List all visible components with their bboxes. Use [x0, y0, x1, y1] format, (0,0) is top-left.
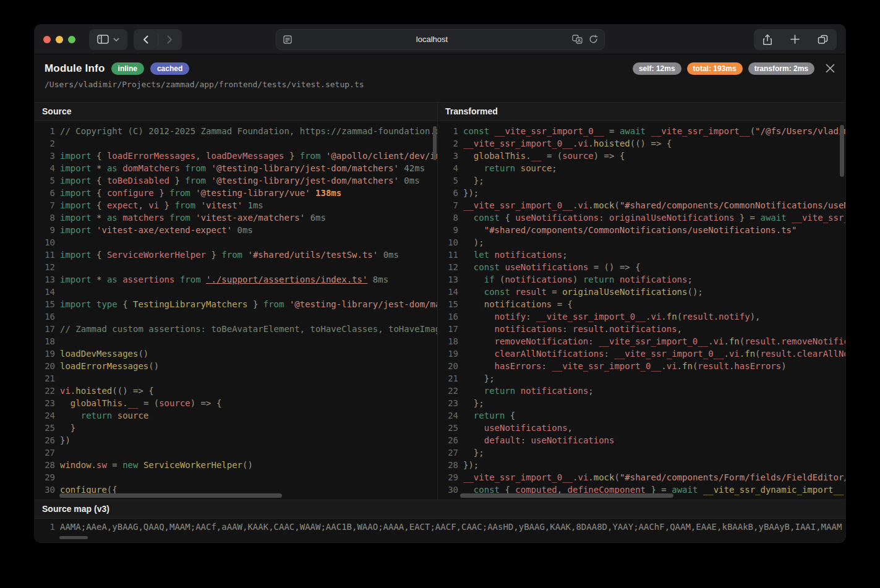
code-line: 27 };	[438, 448, 845, 460]
browser-window: localhost	[35, 25, 845, 542]
code-line: 12	[35, 262, 437, 275]
window-zoom-button[interactable]	[68, 36, 75, 43]
toolbar-right-buttons	[754, 29, 837, 50]
chevron-down-icon	[113, 38, 119, 41]
code-line: 7import { expect, vi } from 'vitest' 1ms	[35, 200, 437, 213]
code-line: 13 if (notifications) return notificatio…	[438, 275, 845, 287]
source-code[interactable]: 1// Copyright (C) 2012-2025 Zammad Found…	[35, 121, 437, 499]
code-line: 28window.sw = new ServiceWorkerHelper()	[35, 460, 437, 472]
code-line: 23 };	[438, 398, 845, 411]
code-line: 5 };	[438, 176, 845, 188]
code-line: 26 default: useNotifications	[438, 435, 845, 448]
traffic-lights	[43, 36, 75, 43]
share-button[interactable]	[763, 34, 772, 45]
back-button[interactable]	[134, 29, 158, 50]
transformed-code[interactable]: 1const __vite_ssr_import_0__ = await __v…	[438, 121, 845, 499]
sourcemap-title: Source map (v3)	[35, 500, 845, 519]
code-line: 8 const { useNotifications: originalUseN…	[438, 213, 845, 225]
source-panel-title: Source	[35, 103, 437, 121]
code-line: 4import * as domMatchers from '@testing-…	[35, 163, 437, 176]
code-line: 12 const useNotifications = () => {	[438, 262, 845, 275]
timing-transform-badge: transform: 2ms	[748, 62, 814, 75]
window-minimize-button[interactable]	[56, 36, 63, 43]
code-line: 14 const result = originalUseNotificatio…	[438, 287, 845, 299]
timing-self-badge: self: 12ms	[633, 62, 681, 75]
code-line: 6});	[438, 188, 845, 200]
code-line: 21	[35, 373, 437, 386]
code-line: 19loadDevMessages()	[35, 349, 437, 361]
transformed-hscrollbar[interactable]	[460, 493, 673, 498]
code-line: 18	[35, 336, 437, 349]
code-line: 16 notify: __vite_ssr_import_0__.vi.fn(r…	[438, 312, 845, 324]
code-line: 23 globalThis.__ = (source) => {	[35, 398, 437, 411]
code-line: 11import { ServiceWorkerHelper } from '#…	[35, 250, 437, 262]
code-line: 22 return notifications;	[438, 386, 845, 398]
source-hscrollbar[interactable]	[59, 493, 282, 498]
code-line: 19 clearAllNotifications: __vite_ssr_imp…	[438, 349, 845, 361]
transformed-panel: Transformed 1const __vite_ssr_import_0__…	[437, 103, 845, 500]
badge-inline: inline	[111, 62, 144, 75]
forward-button[interactable]	[158, 29, 182, 50]
code-line: 24 return source	[35, 411, 437, 423]
code-line: 29	[35, 472, 437, 485]
code-line: 2	[35, 138, 437, 151]
code-line: 17 notifications: result.notifications,	[438, 324, 845, 336]
reader-icon[interactable]	[283, 35, 293, 45]
transformed-panel-title: Transformed	[438, 103, 845, 121]
url-text: localhost	[293, 35, 572, 44]
file-path: /Users/vladimir/Projects/zammad/app/fron…	[45, 80, 835, 89]
sourcemap-hscrollbar[interactable]	[59, 536, 88, 539]
code-line: 16	[35, 312, 437, 324]
module-info-header: Module Info inline cached self: 12ms tot…	[35, 54, 845, 103]
code-line: 24 return {	[438, 411, 845, 423]
tabs-overview-button[interactable]	[818, 35, 828, 45]
code-line: 4 return source;	[438, 163, 845, 176]
code-line: 6import { configure } from '@testing-lib…	[35, 188, 437, 200]
sidebar-icon	[97, 35, 109, 44]
code-line: 20 hasErrors: __vite_ssr_import_0__.vi.f…	[438, 361, 845, 373]
code-line: 15 notifications = {	[438, 299, 845, 312]
browser-toolbar: localhost	[35, 25, 845, 54]
code-line: 15import type { TestingLibraryMatchers }…	[35, 299, 437, 312]
code-line: 9 "#shared/components/CommonNotification…	[438, 225, 845, 237]
translate-icon[interactable]	[572, 35, 583, 44]
code-line: 29__vite_ssr_import_0__.vi.mock("#shared…	[438, 472, 845, 485]
code-line: 25 }	[35, 423, 437, 435]
transformed-vscrollbar[interactable]	[840, 125, 844, 177]
code-line: 9import 'vitest-axe/extend-expect' 0ms	[35, 225, 437, 237]
timing-badges: self: 12ms total: 193ms transform: 2ms	[633, 62, 814, 75]
code-line: 7__vite_ssr_import_0__.vi.mock("#shared/…	[438, 200, 845, 213]
code-line: 1// Copyright (C) 2012-2025 Zammad Found…	[35, 126, 437, 138]
source-vscrollbar[interactable]	[433, 126, 437, 160]
code-line: 10	[35, 237, 437, 250]
sourcemap-code[interactable]: 1AAMA;AAeA,yBAAG,QAAQ,MAAM;AACf,aAAW,KAA…	[35, 519, 845, 534]
code-line: 14	[35, 287, 437, 299]
code-line: 18 removeNotification: __vite_ssr_import…	[438, 336, 845, 349]
address-bar[interactable]: localhost	[276, 29, 605, 50]
sidebar-toggle-button[interactable]	[89, 29, 127, 50]
code-line: 20loadErrorMessages()	[35, 361, 437, 373]
code-line: 22vi.hoisted(() => {	[35, 386, 437, 398]
code-line: 13import * as assertions from './support…	[35, 275, 437, 287]
code-line: 26})	[35, 435, 437, 448]
code-line: 17// Zammad custom assertions: toBeAvata…	[35, 324, 437, 336]
code-line: 25 useNotifications,	[438, 423, 845, 435]
close-icon[interactable]	[823, 61, 837, 75]
code-line: 27	[35, 448, 437, 460]
timing-total-badge: total: 193ms	[687, 62, 743, 75]
code-panels: Source 1// Copyright (C) 2012-2025 Zamma…	[35, 103, 845, 500]
new-tab-button[interactable]	[790, 35, 800, 44]
nav-buttons	[134, 29, 182, 50]
code-line: 1const __vite_ssr_import_0__ = await __v…	[438, 126, 845, 138]
page-title: Module Info	[45, 62, 105, 75]
code-line: 5import { toBeDisabled } from '@testing-…	[35, 176, 437, 188]
code-line: 2__vite_ssr_import_0__.vi.hoisted(() => …	[438, 138, 845, 151]
window-close-button[interactable]	[43, 36, 51, 43]
code-line: 21 };	[438, 373, 845, 386]
code-line: 3import { loadErrorMessages, loadDevMess…	[35, 151, 437, 163]
code-line: 8import * as matchers from 'vitest-axe/m…	[35, 213, 437, 225]
reload-icon[interactable]	[589, 35, 598, 44]
code-line: 10 );	[438, 237, 845, 250]
code-line: 3 globalThis.__ = (source) => {	[438, 151, 845, 163]
badge-cached: cached	[150, 62, 189, 75]
